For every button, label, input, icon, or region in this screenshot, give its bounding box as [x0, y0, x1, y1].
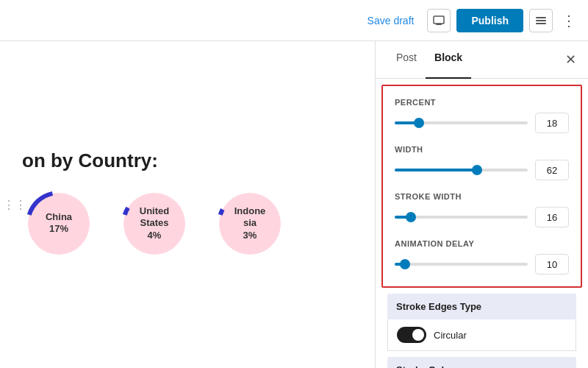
pie-chart-indonesia: Indone sia 3% [213, 187, 287, 261]
percent-label: PERCENT [395, 98, 569, 107]
animation-delay-slider-row: 10 [395, 254, 569, 275]
percent-setting: PERCENT 18 [383, 92, 581, 139]
pie-chart-usa: United States 4% [118, 187, 191, 261]
toggle-track [397, 327, 426, 343]
width-value[interactable]: 62 [535, 160, 569, 180]
stroke-width-value[interactable]: 16 [535, 207, 569, 227]
top-bar: Save draft Publish ⋮ [0, 0, 588, 41]
stroke-width-slider-row: 16 [395, 207, 569, 227]
pie-chart-china: China 17% [22, 187, 96, 261]
percent-slider-row: 18 [395, 113, 569, 133]
chart-item-indonesia: Indone sia 3% [213, 187, 287, 261]
stroke-width-slider-thumb[interactable] [406, 212, 416, 222]
stroke-width-label: STROKE WIDTH [395, 192, 569, 201]
animation-delay-setting: ANIMATION DELAY 10 [383, 233, 581, 280]
width-label: WIDTH [395, 145, 569, 154]
animation-delay-slider-track[interactable] [395, 263, 528, 266]
stroke-edges-value: Circular [434, 330, 467, 341]
width-slider-fill [395, 169, 477, 171]
stroke-width-slider-track[interactable] [395, 216, 528, 219]
animation-delay-value[interactable]: 10 [535, 254, 569, 275]
stroke-edges-header: Stroke Edges Type [387, 294, 576, 319]
percent-value[interactable]: 18 [535, 113, 569, 133]
more-options-button[interactable]: ⋮ [559, 12, 579, 29]
svg-rect-0 [434, 16, 444, 24]
pie-label-china: China 17% [46, 211, 72, 236]
settings-panel: PERCENT 18 WIDTH 62 STROKE WIDTH [381, 85, 582, 288]
pie-label-indonesia: Indone sia 3% [234, 205, 266, 242]
tab-post[interactable]: Post [387, 41, 426, 79]
country-name: Indone [234, 205, 266, 217]
country-percent: 4% [140, 230, 169, 242]
sidebar-panel: Post Block ✕ PERCENT 18 WIDTH [375, 41, 588, 368]
width-slider-row: 62 [395, 160, 569, 180]
close-sidebar-button[interactable]: ✕ [565, 41, 576, 78]
tab-block[interactable]: Block [426, 41, 471, 79]
svg-rect-4 [536, 23, 546, 24]
width-slider-track[interactable] [395, 169, 528, 171]
page-title: on by Country: [22, 149, 287, 172]
width-setting: WIDTH 62 [383, 139, 581, 186]
stroke-edges-body: Circular [387, 319, 576, 351]
toggle-thumb [412, 329, 424, 341]
stroke-color-section: Stroke Color [381, 357, 582, 368]
save-draft-button[interactable]: Save draft [360, 10, 422, 31]
preview-button[interactable] [427, 9, 451, 32]
percent-slider-track[interactable] [395, 121, 528, 124]
country-name2: States [140, 217, 169, 230]
publish-button[interactable]: Publish [456, 9, 523, 32]
chart-item-china: China 17% [22, 187, 96, 261]
stroke-color-header: Stroke Color [387, 357, 576, 368]
main-content: ⋮⋮ on by Country: China 17% [0, 41, 375, 368]
country-percent: 3% [234, 230, 266, 242]
svg-rect-3 [536, 20, 546, 21]
charts-row: China 17% United States 4% [22, 187, 287, 261]
country-name: China [46, 211, 72, 224]
stroke-edges-section: Stroke Edges Type Circular [381, 294, 582, 351]
country-name: United [140, 205, 169, 217]
animation-delay-slider-thumb[interactable] [400, 259, 410, 269]
svg-rect-1 [436, 24, 442, 25]
stroke-width-setting: STROKE WIDTH 16 [383, 186, 581, 233]
animation-delay-label: ANIMATION DELAY [395, 239, 569, 248]
settings-button[interactable] [529, 9, 553, 32]
width-slider-thumb[interactable] [472, 165, 482, 175]
pie-label-usa: United States 4% [140, 205, 169, 242]
chart-item-usa: United States 4% [118, 187, 191, 261]
country-percent: 17% [46, 224, 72, 236]
sidebar-tabs: Post Block ✕ [376, 41, 588, 79]
country-name2: sia [234, 217, 266, 230]
stroke-edges-toggle[interactable] [397, 327, 426, 343]
percent-slider-thumb[interactable] [414, 118, 424, 128]
svg-rect-2 [536, 17, 546, 18]
